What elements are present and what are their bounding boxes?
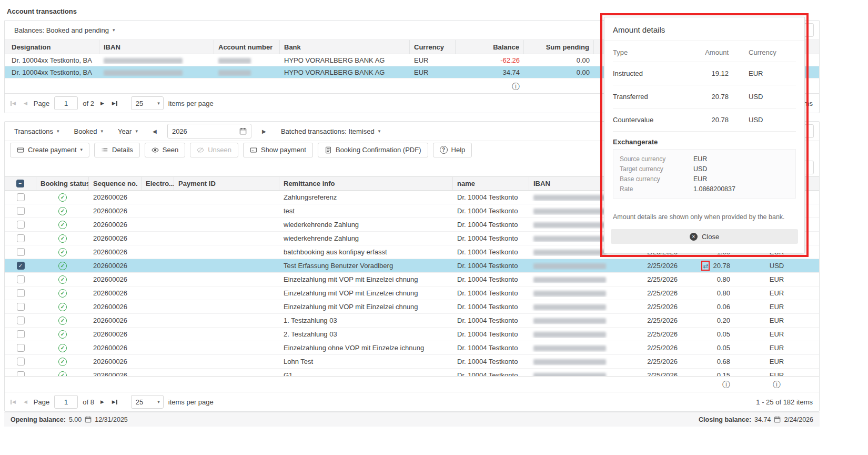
amount-currency: USD bbox=[733, 116, 796, 124]
row-checkbox[interactable] bbox=[17, 248, 25, 256]
help-button[interactable]: ? Help bbox=[433, 143, 472, 157]
remittance-cell: Einzelzahlung mit VOP mit Einzelzei chnu… bbox=[279, 275, 453, 283]
iban-cell bbox=[529, 262, 608, 270]
chevron-down-icon: ▾ bbox=[157, 400, 160, 404]
info-icon[interactable]: ⓘ bbox=[722, 380, 730, 388]
redacted-iban bbox=[533, 345, 606, 351]
next-page-button[interactable]: ▶ bbox=[99, 398, 106, 406]
row-checkbox[interactable] bbox=[17, 289, 25, 297]
row-checkbox[interactable] bbox=[17, 303, 25, 311]
transaction-row[interactable]: ✓ 202600026 2. Testzahlung 03 Dr. 10004 … bbox=[5, 328, 819, 341]
transaction-row[interactable]: ✓ 202600026 Einzelzahlung mit VOP mit Ei… bbox=[5, 286, 819, 300]
remittance-cell: 1. Testzahlung 03 bbox=[279, 316, 453, 324]
iban-cell bbox=[529, 207, 608, 215]
prev-page-icon: ◀ bbox=[24, 400, 27, 404]
transaction-row[interactable]: ✓ 202600026 Lohn Test Dr. 10004 Testkont… bbox=[5, 355, 819, 369]
show-payment-button[interactable]: Show payment bbox=[243, 143, 313, 157]
seen-button[interactable]: Seen bbox=[145, 143, 185, 157]
chevron-down-icon: ▾ bbox=[57, 129, 59, 134]
next-year-button[interactable]: ▶ bbox=[258, 125, 270, 137]
redacted-iban bbox=[533, 332, 606, 338]
next-page-button[interactable]: ▶ bbox=[99, 100, 106, 107]
year-input[interactable] bbox=[172, 127, 235, 135]
booking-status-ok-icon: ✓ bbox=[58, 234, 67, 243]
base-currency-value: EUR bbox=[693, 175, 707, 183]
last-page-icon bbox=[116, 101, 117, 106]
row-checkbox[interactable] bbox=[17, 221, 25, 229]
currency-cell: EUR bbox=[734, 289, 819, 297]
page-size-select[interactable]: 25 ▾ bbox=[131, 395, 164, 409]
row-checkbox[interactable] bbox=[17, 275, 25, 283]
name-cell: Dr. 10004 Testkonto bbox=[453, 234, 529, 242]
iban-cell bbox=[529, 248, 608, 256]
booking-confirmation-pdf-button[interactable]: Booking Confirmation (PDF) bbox=[318, 143, 428, 157]
amount-cell: 0.06 bbox=[682, 303, 734, 311]
first-page-button[interactable]: ◀ bbox=[9, 398, 17, 406]
close-button[interactable]: ✕ Close bbox=[611, 229, 798, 244]
balances-filter-dropdown[interactable]: Balances: Booked and pending ▾ bbox=[10, 24, 119, 36]
iban-cell bbox=[529, 371, 608, 376]
calendar-icon bbox=[774, 416, 781, 423]
select-all-checkbox[interactable]: − bbox=[16, 180, 24, 187]
exchange-rate-icon[interactable]: ⇄ bbox=[703, 263, 708, 269]
row-checkbox[interactable] bbox=[17, 358, 25, 365]
booking-status-ok-icon: ✓ bbox=[58, 316, 67, 325]
last-page-button[interactable]: ▶ bbox=[110, 398, 119, 406]
account-number-cell bbox=[214, 68, 280, 76]
calendar-icon[interactable] bbox=[239, 127, 247, 135]
amount-cell: 0.05 bbox=[682, 344, 734, 352]
name-cell: Dr. 10004 Testkonto bbox=[453, 303, 529, 311]
unseen-button[interactable]: Unseen bbox=[190, 143, 238, 157]
batched-transactions-dropdown[interactable]: Batched transactions: Itemised ▾ bbox=[277, 125, 385, 137]
popup-col-amount: Amount bbox=[701, 48, 733, 56]
page-number-input[interactable] bbox=[54, 96, 78, 110]
transaction-row-selected[interactable]: ✓ ✓ 202600026 Test Erfassung Benutzer Vo… bbox=[5, 259, 819, 273]
transactions-dropdown[interactable]: Transactions ▾ bbox=[10, 125, 63, 137]
row-checkbox[interactable] bbox=[17, 207, 25, 215]
chevron-down-icon: ▾ bbox=[157, 101, 160, 106]
redacted-iban bbox=[533, 359, 606, 365]
transaction-row[interactable]: ✓ 202600026 Einzelzahlung mit VOP mit Ei… bbox=[5, 300, 819, 314]
sequence-cell: 202600026 bbox=[89, 207, 142, 215]
period-dropdown[interactable]: Year ▾ bbox=[114, 125, 142, 137]
details-button[interactable]: Details bbox=[94, 143, 140, 157]
row-checkbox[interactable] bbox=[17, 316, 25, 324]
previous-year-button[interactable]: ◀ bbox=[148, 125, 161, 137]
transaction-row[interactable]: ✓ 202600026 1. Testzahlung 03 Dr. 10004 … bbox=[5, 314, 819, 328]
row-checkbox[interactable] bbox=[17, 234, 25, 242]
prev-page-button[interactable]: ◀ bbox=[22, 398, 29, 406]
create-payment-button[interactable]: Create payment ▾ bbox=[10, 143, 89, 157]
row-checkbox[interactable] bbox=[17, 193, 25, 201]
closing-balance-value: 34.74 bbox=[754, 416, 771, 423]
transaction-row[interactable]: ✓ 202600026 Einzelzahlung mit VOP mit Ei… bbox=[5, 273, 819, 286]
last-page-button[interactable]: ▶ bbox=[110, 100, 119, 107]
transaction-row-clipped[interactable]: ✓ 202600026 G1 Dr. 10004 Testkonto 2/25/… bbox=[5, 369, 819, 376]
sequence-cell: 202600026 bbox=[89, 193, 142, 201]
page-size-value: 25 bbox=[136, 100, 143, 107]
info-icon[interactable]: ⓘ bbox=[773, 380, 781, 388]
sequence-cell: 202600026 bbox=[89, 316, 142, 324]
page-number-input[interactable] bbox=[54, 395, 78, 409]
iban-cell bbox=[99, 68, 214, 76]
row-checkbox[interactable] bbox=[17, 344, 25, 352]
currency-cell: EUR bbox=[410, 56, 456, 64]
booking-status-ok-icon: ✓ bbox=[58, 371, 67, 377]
booked-status-dropdown[interactable]: Booked ▾ bbox=[69, 125, 107, 137]
redacted-iban bbox=[104, 70, 183, 76]
currency-cell: EUR bbox=[410, 68, 456, 76]
info-icon[interactable]: ⓘ bbox=[512, 82, 520, 90]
iban-cell bbox=[529, 221, 608, 229]
row-checkbox[interactable] bbox=[17, 371, 25, 376]
col-account-number: Account number bbox=[214, 40, 280, 54]
transaction-row[interactable]: ✓ 202600026 Einzelzahlung ohne VOP mit E… bbox=[5, 341, 819, 355]
col-balance: Balance bbox=[456, 40, 524, 54]
row-checkbox-checked[interactable]: ✓ bbox=[17, 262, 25, 270]
page-size-select[interactable]: 25 ▾ bbox=[131, 96, 164, 110]
col-designation: Designation bbox=[5, 40, 99, 54]
prev-page-button[interactable]: ◀ bbox=[22, 100, 29, 107]
row-checkbox[interactable] bbox=[17, 330, 25, 338]
year-picker[interactable] bbox=[167, 124, 251, 139]
first-page-button[interactable]: ◀ bbox=[9, 100, 17, 107]
sequence-cell: 202600026 bbox=[89, 371, 142, 376]
sequence-cell: 202600026 bbox=[89, 248, 142, 256]
